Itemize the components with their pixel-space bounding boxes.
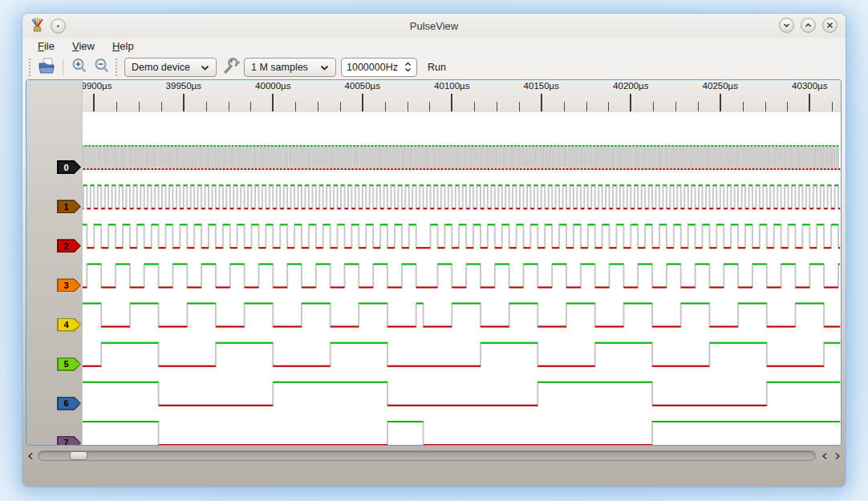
menu-file[interactable]: File	[29, 38, 63, 54]
zoom-in-icon	[71, 57, 88, 78]
zoom-out-button[interactable]	[91, 57, 113, 78]
ruler-minor-tick	[318, 102, 318, 111]
signal-edges-ch3	[83, 264, 840, 287]
toolbar: Demo device 1 M samples 1000000Hz	[22, 55, 846, 79]
channel-flag-label: 2	[59, 240, 80, 252]
horizontal-scrollbar[interactable]	[26, 450, 842, 462]
ruler-minor-tick	[229, 102, 229, 111]
ruler-minor-tick	[832, 102, 833, 111]
menu-help[interactable]: Help	[103, 38, 143, 54]
ruler-major-tick	[809, 94, 810, 111]
wrench-icon	[221, 57, 240, 78]
chevron-down-icon	[320, 62, 329, 73]
ruler-time-label: 39900µs	[83, 81, 122, 91]
channel-flag-label: 5	[59, 358, 80, 370]
open-file-button[interactable]	[35, 57, 58, 78]
time-ruler[interactable]: 39900µs39950µs40000µs40050µs40100µs40150…	[83, 80, 841, 112]
maximize-button[interactable]	[801, 18, 816, 33]
spin-down-icon	[404, 67, 412, 72]
toolbar-separator	[63, 59, 63, 75]
ruler-minor-tick	[586, 102, 587, 111]
channel-flag-label: 7	[59, 437, 80, 446]
scroll-left-icon[interactable]	[26, 450, 35, 462]
menubar: File View Help	[22, 38, 846, 55]
ruler-major-tick	[183, 94, 185, 111]
ruler-minor-tick	[564, 102, 565, 111]
scroll-right-icon[interactable]	[833, 450, 842, 462]
ruler-minor-tick	[116, 102, 117, 111]
channel-flag-label: 4	[59, 319, 80, 330]
ruler-minor-tick	[408, 102, 408, 111]
ruler-major-tick	[272, 94, 274, 111]
ruler-time-label: 40100µs	[424, 81, 480, 91]
open-file-icon	[37, 57, 56, 78]
sample-rate-value: 1000000Hz	[347, 62, 398, 73]
device-select[interactable]: Demo device	[124, 58, 217, 77]
ruler-minor-tick	[675, 102, 676, 111]
ruler-time-label: 40300µs	[781, 81, 838, 91]
ruler-minor-tick	[139, 102, 140, 111]
ruler-minor-tick	[653, 102, 654, 111]
signal-edges-ch7	[83, 422, 840, 445]
ruler-minor-tick	[161, 102, 162, 111]
channel-flag-label: 6	[59, 398, 80, 409]
signal-edges-ch2	[83, 224, 840, 248]
toolbar-drag-handle[interactable]	[116, 59, 120, 76]
sample-rate-spinbox[interactable]: 1000000Hz	[341, 58, 417, 77]
channel-flag-label: 0	[59, 162, 80, 173]
ruler-major-tick	[362, 94, 363, 111]
pulseview-window: PulseView	[22, 14, 846, 487]
zoom-out-icon	[93, 57, 111, 78]
ruler-major-tick	[630, 94, 631, 111]
app-logo-icon	[30, 17, 44, 35]
ruler-time-label: 40150µs	[513, 81, 570, 91]
close-button[interactable]	[822, 18, 838, 33]
ruler-minor-tick	[787, 102, 788, 111]
ruler-major-tick	[93, 94, 95, 111]
ruler-minor-tick	[519, 102, 520, 111]
spin-up-icon	[404, 62, 412, 67]
ruler-minor-tick	[765, 102, 766, 111]
ruler-minor-tick	[340, 102, 341, 111]
scrollbar-thumb[interactable]	[70, 451, 87, 460]
zoom-in-button[interactable]	[68, 57, 91, 78]
ruler-time-label: 40250µs	[692, 81, 748, 91]
signal-edges-ch1	[83, 185, 840, 208]
spinbox-arrows[interactable]	[404, 62, 412, 72]
device-select-value: Demo device	[132, 62, 194, 73]
ruler-minor-tick	[250, 102, 251, 111]
ruler-minor-tick	[608, 102, 609, 111]
channel-header-sidebar	[26, 80, 83, 445]
toolbar-drag-handle[interactable]	[29, 59, 33, 76]
channel-flag-label: 1	[59, 201, 80, 212]
window-title: PulseView	[22, 20, 846, 32]
run-button[interactable]: Run	[428, 62, 446, 73]
window-menu-button[interactable]	[51, 18, 66, 34]
ruler-minor-tick	[698, 102, 699, 111]
scrollbar-track[interactable]	[38, 450, 816, 461]
ruler-minor-tick	[295, 102, 296, 111]
ruler-minor-tick	[206, 102, 207, 111]
ruler-minor-tick	[743, 102, 744, 111]
ruler-time-label: 40200µs	[602, 81, 659, 91]
ruler-major-tick	[541, 94, 542, 111]
channel-flag-label: 3	[59, 280, 80, 291]
ruler-major-tick	[720, 94, 721, 111]
sample-count-select[interactable]: 1 M samples	[244, 58, 336, 77]
waveform-canvas[interactable]	[83, 112, 841, 445]
ruler-time-label: 39950µs	[156, 81, 212, 91]
minimize-button[interactable]	[779, 18, 794, 33]
ruler-time-label: 40050µs	[335, 81, 391, 91]
menu-view[interactable]: View	[63, 38, 103, 54]
titlebar[interactable]: PulseView	[22, 14, 846, 38]
sample-count-value: 1 M samples	[251, 62, 314, 73]
scroll-left-icon[interactable]	[820, 450, 829, 462]
trace-view[interactable]: 39900µs39950µs40000µs40050µs40100µs40150…	[26, 79, 842, 446]
ruler-major-tick	[451, 94, 452, 111]
ruler-minor-tick	[429, 102, 430, 111]
ruler-time-label: 40000µs	[245, 81, 301, 91]
device-config-button[interactable]	[219, 57, 241, 78]
ruler-minor-tick	[497, 102, 497, 111]
signal-edges-ch6	[83, 382, 840, 406]
ruler-minor-tick	[474, 102, 475, 111]
